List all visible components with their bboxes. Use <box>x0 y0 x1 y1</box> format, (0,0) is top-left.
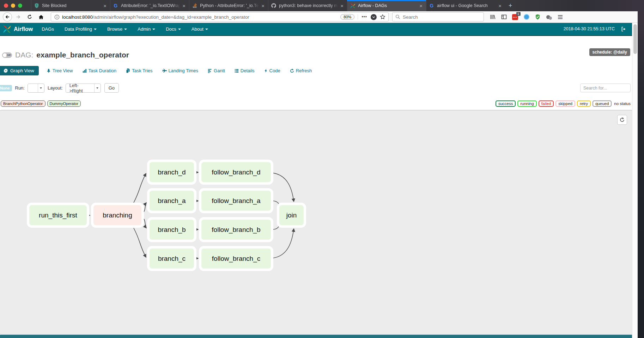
tab-airflow-dags-active[interactable]: Airflow - DAGs × <box>347 0 426 11</box>
screen: Site Blocked × G AttributeError: '_io.Te… <box>0 0 644 338</box>
reload-icon[interactable] <box>25 12 35 22</box>
adguard-shield-icon[interactable] <box>535 14 541 20</box>
background-window-edge <box>638 11 644 338</box>
pocket-icon[interactable] <box>371 14 377 20</box>
task-node-follow_branch_a[interactable]: follow_branch_a <box>201 191 271 211</box>
task-node-branch_a[interactable]: branch_a <box>150 191 194 211</box>
nav-item-browse[interactable]: Browse <box>102 23 132 35</box>
menu-hamburger-icon[interactable] <box>557 14 563 20</box>
legend-bar: BranchPythonOperator DummyOperator succe… <box>1 100 631 107</box>
plane-icon <box>162 68 167 73</box>
task-node-follow_branch_b[interactable]: follow_branch_b <box>201 220 271 240</box>
bookmark-star-icon[interactable] <box>380 14 385 20</box>
library-icon[interactable] <box>490 14 496 20</box>
airflow-navbar: Airflow DAGs Data Profiling Browse Admin… <box>0 23 632 36</box>
task-node-follow_branch_d[interactable]: follow_branch_d <box>201 162 271 182</box>
forward-button[interactable] <box>13 12 23 22</box>
view-links: Tree View Task Duration Task Tries Landi… <box>47 68 312 73</box>
task-node-follow_branch_c[interactable]: follow_branch_c <box>201 248 271 269</box>
chevron-down-icon <box>205 29 208 30</box>
ghostery-icon[interactable] <box>546 14 552 20</box>
minimize-window-button[interactable] <box>11 4 15 8</box>
refresh-icon <box>620 117 625 122</box>
tab-site-blocked[interactable]: Site Blocked × <box>31 0 110 11</box>
go-button[interactable]: Go <box>104 83 119 93</box>
url-bar[interactable]: localhost:8080/admin/airflow/graph?execu… <box>51 12 389 21</box>
blue-extension-icon[interactable] <box>523 14 529 20</box>
graph-view-button[interactable]: Graph View <box>0 66 39 75</box>
tab-airflow-ui-search[interactable]: G airflow ui - Google Search × <box>426 0 505 11</box>
new-tab-button[interactable]: + <box>505 0 516 11</box>
graph-view-icon <box>4 68 8 73</box>
task-node-branch_c[interactable]: branch_c <box>150 248 194 269</box>
legend-running: running <box>517 100 536 107</box>
tab-python-attributeerror[interactable]: Python - AttributeError: '_io.Te × <box>189 0 268 11</box>
browser-search-input[interactable] <box>403 14 473 20</box>
page-scrollbar[interactable] <box>632 23 638 338</box>
url-domain: localhost:8080 <box>62 14 93 20</box>
tab-python3-behave[interactable]: python3: behave incorrectly mo × <box>268 0 347 11</box>
tab-attributeerror-search[interactable]: G AttributeError: '_io.TextIOWrapp × <box>110 0 189 11</box>
status-legend: success running failed skipped retry que… <box>496 100 631 107</box>
refresh-link[interactable]: Refresh <box>290 68 312 73</box>
extension-badge: 1 <box>516 12 521 16</box>
github-icon <box>271 3 277 8</box>
tree-view-link[interactable]: Tree View <box>47 68 73 73</box>
run-select[interactable] <box>28 84 44 93</box>
nav-item-data-profiling[interactable]: Data Profiling <box>59 23 102 35</box>
chevron-down-icon <box>94 29 97 30</box>
close-icon[interactable]: × <box>418 3 424 9</box>
duplicate-icon <box>126 68 130 73</box>
nav-item-admin[interactable]: Admin <box>132 23 160 35</box>
bar-chart-icon <box>83 69 87 73</box>
code-link[interactable]: Code <box>264 68 280 73</box>
page-info-icon[interactable] <box>54 14 60 20</box>
dag-pause-toggle[interactable]: Off <box>2 53 12 58</box>
scrollbar-thumb[interactable] <box>633 24 637 54</box>
close-icon[interactable]: × <box>339 3 345 9</box>
details-link[interactable]: Details <box>235 68 255 73</box>
zoom-window-button[interactable] <box>18 4 22 8</box>
dag-header: Off DAG: example_branch_operator <box>2 51 129 59</box>
task-node-branching[interactable]: branching <box>93 205 141 225</box>
layout-select[interactable]: Left->Right <box>66 84 101 93</box>
landing-times-link[interactable]: Landing Times <box>162 68 199 73</box>
layout-label: Layout: <box>48 85 63 91</box>
airflow-brand[interactable]: Airflow <box>0 25 36 33</box>
password-manager-extension-icon[interactable]: •••1 <box>512 14 518 20</box>
page-actions-icon[interactable]: ••• <box>358 14 367 19</box>
graph-refresh-button[interactable] <box>617 115 627 125</box>
home-icon[interactable] <box>36 12 46 22</box>
logout-icon[interactable] <box>621 26 626 32</box>
browser-search-bar[interactable] <box>392 12 484 21</box>
close-icon[interactable]: × <box>181 3 187 9</box>
back-button[interactable] <box>3 12 12 21</box>
align-left-icon <box>208 69 212 73</box>
close-icon[interactable]: × <box>260 3 266 9</box>
zoom-level-badge[interactable]: 80% <box>340 14 354 20</box>
macos-window-controls[interactable] <box>0 0 31 11</box>
task-tries-link[interactable]: Task Tries <box>126 68 153 73</box>
dag-label: DAG: <box>15 51 33 59</box>
task-node-branch_d[interactable]: branch_d <box>150 162 194 182</box>
airflow-icon <box>350 3 356 8</box>
nav-item-docs[interactable]: Docs <box>160 23 186 35</box>
google-icon: G <box>113 3 119 8</box>
close-window-button[interactable] <box>4 4 8 8</box>
task-node-join[interactable]: join <box>279 205 304 225</box>
tab-title: Site Blocked <box>42 3 102 8</box>
search-icon <box>395 14 400 19</box>
task-node-run_this_first[interactable]: run_this_first <box>29 205 87 225</box>
task-node-branch_b[interactable]: branch_b <box>150 220 194 240</box>
url-text[interactable]: localhost:8080/admin/airflow/graph?execu… <box>62 14 340 20</box>
nav-item-about[interactable]: About <box>186 23 213 35</box>
close-icon[interactable]: × <box>497 3 503 9</box>
task-duration-link[interactable]: Task Duration <box>83 68 116 73</box>
nav-item-dags[interactable]: DAGs <box>36 23 59 35</box>
sidebars-icon[interactable] <box>501 14 507 20</box>
dag-graph-canvas[interactable]: run_this_first branching branch_d follow… <box>0 110 633 335</box>
gantt-link[interactable]: Gantt <box>208 68 225 73</box>
close-icon[interactable]: × <box>102 3 108 9</box>
toolbar-icons: •••1 <box>490 14 563 20</box>
task-search-input[interactable] <box>580 84 631 92</box>
